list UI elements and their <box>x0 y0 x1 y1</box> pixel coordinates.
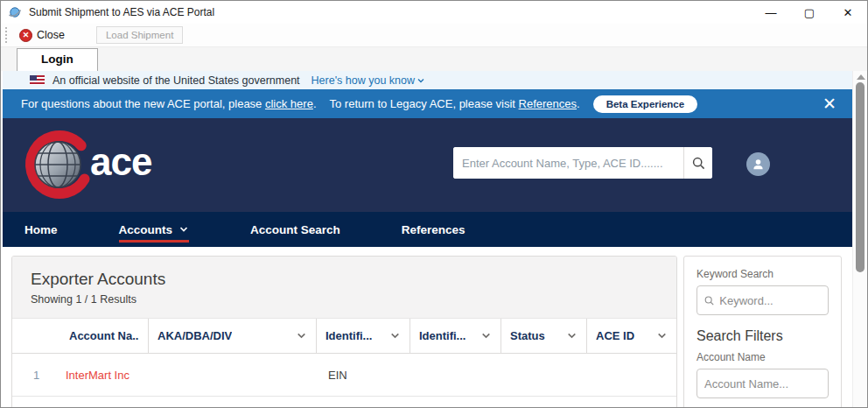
scrollbar-thumb[interactable] <box>856 82 864 272</box>
ace-logo: ace <box>18 126 151 203</box>
chevron-down-icon <box>416 76 425 85</box>
minimize-button[interactable]: — <box>752 1 790 24</box>
chevron-down-icon[interactable] <box>480 330 492 341</box>
search-icon <box>692 157 705 170</box>
col-ace-id[interactable]: ACE ID <box>586 319 676 353</box>
notice-close-icon[interactable]: ✕ <box>822 95 836 112</box>
app-globe-icon <box>8 5 22 19</box>
keyword-field-wrap <box>696 285 829 315</box>
toolbar-grip <box>5 27 9 43</box>
search-icon <box>704 295 714 306</box>
global-search <box>453 147 712 179</box>
nav-references[interactable]: References <box>402 212 466 247</box>
site-header: ace <box>3 118 854 212</box>
table-row: 1 InterMart Inc EIN <box>12 354 676 397</box>
load-shipment-button[interactable]: Load Shipment <box>96 26 183 44</box>
us-flag-icon <box>30 75 45 85</box>
user-avatar-button[interactable] <box>746 152 770 176</box>
vertical-scrollbar[interactable] <box>852 71 867 408</box>
click-here-link[interactable]: click here <box>265 97 313 110</box>
col-aka-dba-div[interactable]: AKA/DBA/DIV <box>148 319 316 353</box>
page-content: Exporter Accounts Showing 1 / 1 Results … <box>3 247 854 408</box>
nav-account-search[interactable]: Account Search <box>250 212 340 247</box>
page-title: Exporter Accounts <box>31 270 658 289</box>
gov-banner: An official website of the United States… <box>3 71 854 89</box>
tab-strip: Login <box>1 47 867 71</box>
row-number: 1 <box>12 369 60 382</box>
scrollbar-up-arrow[interactable] <box>857 74 865 80</box>
toolbar: ✕ Close Load Shipment <box>1 24 867 47</box>
account-name-label: Account Name <box>696 351 829 363</box>
references-link[interactable]: References <box>519 97 577 110</box>
title-bar: Submit Shipment to AES via ACE Portal — … <box>1 1 867 24</box>
col-identifier[interactable]: Identifi... <box>410 319 500 353</box>
global-search-input[interactable] <box>453 147 683 179</box>
col-status[interactable]: Status <box>500 319 586 353</box>
main-nav: Home Accounts Account Search References <box>3 212 854 247</box>
tab-login[interactable]: Login <box>17 48 98 71</box>
chevron-down-icon <box>178 224 189 235</box>
col-row-number <box>12 319 60 353</box>
notice-text-2: To return to Legacy ACE, please visit Re… <box>330 97 580 110</box>
ace-logo-text: ace <box>90 140 151 184</box>
account-name-link[interactable]: InterMart Inc <box>66 369 130 382</box>
notice-text-1: For questions about the new ACE portal, … <box>21 97 317 110</box>
exporter-accounts-card: Exporter Accounts Showing 1 / 1 Results … <box>11 256 677 408</box>
cell-identifier-type: EIN <box>316 369 410 382</box>
keyword-search-label: Keyword Search <box>696 268 829 280</box>
window-close-button[interactable]: ✕ <box>829 1 867 24</box>
account-name-field-wrap <box>696 369 829 398</box>
col-account-name[interactable]: Account Na... <box>60 319 148 353</box>
chevron-down-icon[interactable] <box>296 330 307 341</box>
notice-bar: For questions about the new ACE portal, … <box>3 89 854 118</box>
card-header: Exporter Accounts Showing 1 / 1 Results <box>12 257 676 319</box>
app-window: Submit Shipment to AES via ACE Portal — … <box>0 0 868 408</box>
window-title: Submit Shipment to AES via ACE Portal <box>29 6 214 18</box>
table-header-row: Account Na... AKA/DBA/DIV Identifi... Id… <box>12 319 676 354</box>
account-name-input[interactable] <box>704 377 821 390</box>
person-icon <box>752 158 765 171</box>
close-button[interactable]: ✕ Close <box>14 27 70 44</box>
search-filters-title: Search Filters <box>696 328 829 344</box>
beta-experience-badge[interactable]: Beta Experience <box>593 95 698 113</box>
chevron-down-icon[interactable] <box>566 330 578 341</box>
keyword-input[interactable] <box>719 294 821 307</box>
chevron-down-icon[interactable] <box>656 330 668 341</box>
col-identifier-type[interactable]: Identifi... <box>316 319 410 353</box>
search-sidebar: Keyword Search Search Filters Account Na… <box>683 256 842 408</box>
maximize-button[interactable]: ▢ <box>790 1 829 24</box>
browser-viewport: An official website of the United States… <box>3 71 854 408</box>
gov-banner-text: An official website of the United States… <box>52 74 300 87</box>
nav-accounts[interactable]: Accounts <box>119 212 190 247</box>
chevron-down-icon[interactable] <box>389 330 401 341</box>
results-count: Showing 1 / 1 Results <box>31 293 658 306</box>
nav-home[interactable]: Home <box>24 212 58 247</box>
close-x-icon: ✕ <box>19 29 32 42</box>
search-button[interactable] <box>683 147 712 179</box>
how-you-know-link[interactable]: Here's how you know <box>312 74 425 87</box>
